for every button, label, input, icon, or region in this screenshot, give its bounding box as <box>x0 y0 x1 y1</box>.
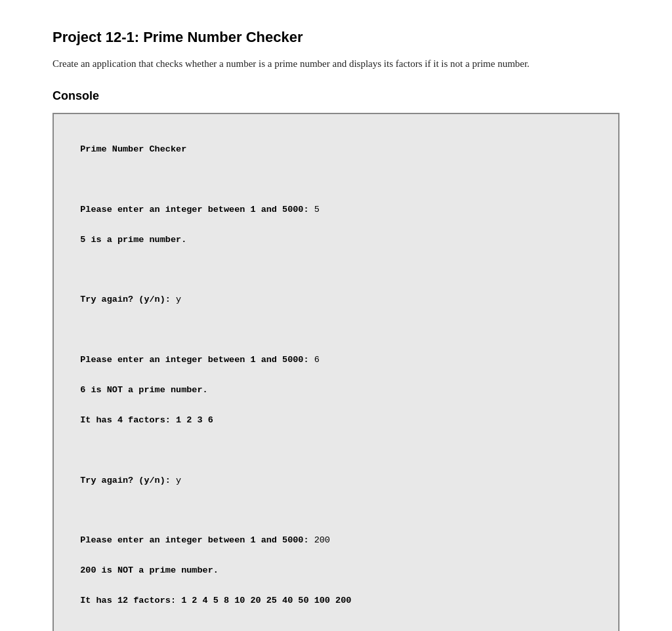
console-output: Prime Number Checker Please enter an int… <box>52 113 620 631</box>
console-heading: Console <box>52 87 620 105</box>
page-title: Project 12-1: Prime Number Checker <box>52 26 620 48</box>
intro-text: Create an application that checks whethe… <box>52 56 620 71</box>
